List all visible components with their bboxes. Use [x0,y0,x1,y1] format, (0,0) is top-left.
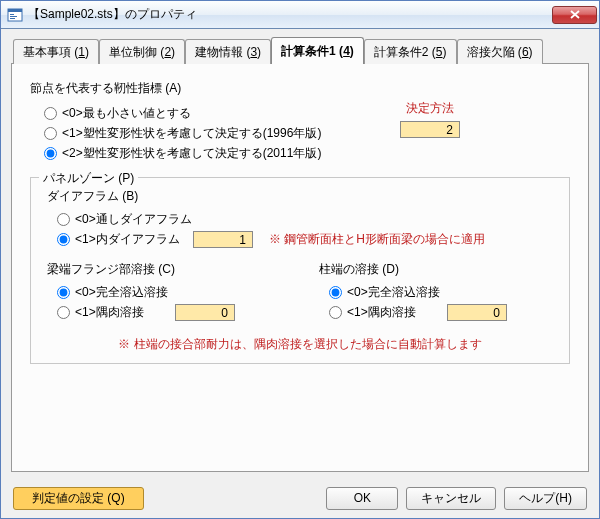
radio-beam-0-label: <0>完全溶込溶接 [75,284,168,301]
content-area: 基本事項 (1) 単位制御 (2) 建物情報 (3) 計算条件1 (4) 計算条… [1,29,599,478]
diaphragm-note: ※ 鋼管断面柱とH形断面梁の場合に適用 [269,231,485,248]
svg-rect-3 [10,16,17,17]
titlebar: 【Sample02.sts】のプロパティ [1,1,599,29]
tab-weld-defect[interactable]: 溶接欠陥 (6) [457,39,543,64]
tabstrip: 基本事項 (1) 単位制御 (2) 建物情報 (3) 計算条件1 (4) 計算条… [11,39,589,63]
col-weld-title: 柱端の溶接 (D) [319,261,557,278]
tab-unit[interactable]: 単位制御 (2) [99,39,185,64]
panel-zone-footnote: ※ 柱端の接合部耐力は、隅肉溶接を選択した場合に自動計算します [43,336,557,353]
svg-rect-2 [10,14,14,15]
radio-beam-1[interactable] [57,306,70,319]
radio-dia-0-label: <0>通しダイアフラム [75,211,192,228]
col-weld-value: 0 [447,304,507,321]
radio-col-0[interactable] [329,286,342,299]
radio-beam-0[interactable] [57,286,70,299]
ok-button[interactable]: OK [326,487,398,510]
diaphragm-title: ダイアフラム (B) [47,188,557,205]
radio-dia-0[interactable] [57,213,70,226]
decision-method-block: 決定方法 2 [400,100,460,138]
radio-a-0[interactable] [44,107,57,120]
tab-calc2[interactable]: 計算条件2 (5) [364,39,457,64]
panel-zone-legend: パネルゾーン (P) [39,170,138,187]
settings-button[interactable]: 判定値の設定 (Q) [13,487,144,510]
window-title: 【Sample02.sts】のプロパティ [28,6,552,23]
radio-a-2-label: <2>塑性変形性状を考慮して決定する(2011年版) [62,145,321,162]
radio-col-1[interactable] [329,306,342,319]
diaphragm-value: 1 [193,231,253,248]
tab-basic[interactable]: 基本事項 (1) [13,39,99,64]
radio-a-1[interactable] [44,127,57,140]
decision-method-label: 決定方法 [400,100,460,117]
col-weld-col: 柱端の溶接 (D) <0>完全溶込溶接 <1>隅肉溶接 0 [315,259,557,322]
decision-method-value: 2 [400,121,460,138]
help-button[interactable]: ヘルプ(H) [504,487,587,510]
radio-a-1-label: <1>塑性変形性状を考慮して決定する(1996年版) [62,125,321,142]
close-button[interactable] [552,6,597,24]
group-a-title: 節点を代表する靭性指標 (A) [30,80,570,97]
radio-beam-1-label: <1>隅肉溶接 [75,304,175,321]
radio-a-2[interactable] [44,147,57,160]
tab-panel-calc1: 節点を代表する靭性指標 (A) <0>最も小さい値とする <1>塑性変形性状を考… [11,63,589,472]
radio-col-1-label: <1>隅肉溶接 [347,304,447,321]
beam-weld-title: 梁端フランジ部溶接 (C) [47,261,285,278]
bottom-bar: 判定値の設定 (Q) OK キャンセル ヘルプ(H) [1,478,599,518]
radio-a-0-label: <0>最も小さい値とする [62,105,191,122]
dialog-window: 【Sample02.sts】のプロパティ 基本事項 (1) 単位制御 (2) 建… [0,0,600,519]
radio-dia-1[interactable] [57,233,70,246]
app-icon [7,7,23,23]
cancel-button[interactable]: キャンセル [406,487,496,510]
beam-weld-value: 0 [175,304,235,321]
radio-col-0-label: <0>完全溶込溶接 [347,284,440,301]
tab-building[interactable]: 建物情報 (3) [185,39,271,64]
tab-calc1[interactable]: 計算条件1 (4) [271,37,364,64]
svg-rect-4 [10,18,15,19]
radio-dia-1-label: <1>内ダイアフラム [75,231,193,248]
panel-zone-fieldset: パネルゾーン (P) ダイアフラム (B) <0>通しダイアフラム <1>内ダイ… [30,177,570,364]
svg-rect-1 [8,9,22,12]
beam-weld-col: 梁端フランジ部溶接 (C) <0>完全溶込溶接 <1>隅肉溶接 0 [43,259,285,322]
